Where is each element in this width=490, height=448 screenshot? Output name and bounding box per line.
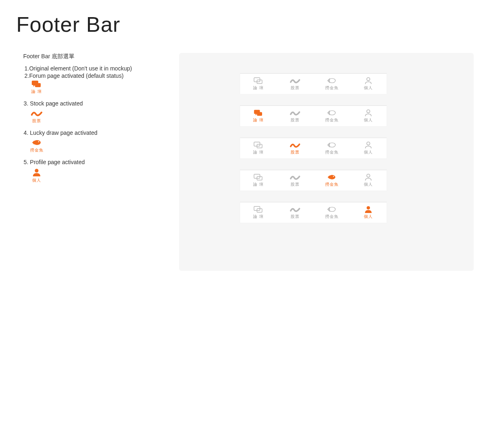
tab-forum[interactable]: 論 壇 bbox=[240, 138, 277, 158]
legend-panel: Footer Bar 底部選單 1.Original element (Don'… bbox=[16, 53, 179, 183]
tab-label: 個人 bbox=[364, 117, 373, 123]
tab-label: 論 壇 bbox=[253, 182, 264, 187]
tab-label: 論 壇 bbox=[253, 85, 264, 91]
tab-profile[interactable]: 個人 bbox=[350, 202, 387, 223]
person-icon bbox=[363, 77, 373, 84]
tab-label: 撈金魚 bbox=[325, 214, 339, 220]
tab-label: 股票 bbox=[291, 117, 300, 123]
person-icon bbox=[363, 173, 373, 181]
tab-label: 股票 bbox=[291, 85, 300, 91]
fish-icon bbox=[26, 138, 47, 147]
tab-stock[interactable]: 股票 bbox=[277, 202, 313, 223]
note-5: 5. Profile page activated bbox=[24, 159, 171, 165]
stock-icon bbox=[289, 173, 301, 181]
person-icon bbox=[363, 206, 373, 213]
mini-stock-label: 股票 bbox=[26, 118, 47, 124]
tab-label: 股票 bbox=[291, 149, 300, 155]
tab-profile[interactable]: 個人 bbox=[350, 74, 387, 94]
tab-label: 論 壇 bbox=[253, 214, 264, 220]
forum-icon bbox=[253, 109, 264, 116]
tab-profile[interactable]: 個人 bbox=[350, 170, 387, 191]
fish-icon bbox=[326, 173, 337, 181]
tab-label: 撈金魚 bbox=[325, 149, 339, 155]
footer-bar-forum-active: 論 壇 股票 撈金魚 個人 bbox=[240, 105, 387, 126]
tab-label: 撈金魚 bbox=[325, 85, 339, 91]
tab-label: 個人 bbox=[364, 182, 373, 187]
tab-lucky[interactable]: 撈金魚 bbox=[313, 74, 350, 94]
tab-label: 論 壇 bbox=[253, 149, 264, 155]
forum-icon bbox=[26, 80, 47, 88]
forum-icon bbox=[253, 173, 264, 181]
tab-stock[interactable]: 股票 bbox=[277, 170, 313, 191]
tab-lucky[interactable]: 撈金魚 bbox=[313, 138, 350, 158]
note-1: 1.Original element (Don't use it in mock… bbox=[24, 65, 171, 72]
fish-icon bbox=[326, 77, 337, 84]
footer-bar-original: 論 壇 股票 撈金魚 個人 bbox=[240, 73, 387, 94]
forum-icon bbox=[253, 77, 264, 84]
footer-bar-profile-active: 論 壇 股票 撈金魚 個人 bbox=[240, 202, 387, 223]
fish-icon bbox=[326, 109, 337, 116]
mini-lucky-active: 撈金魚 bbox=[26, 138, 47, 153]
stock-icon bbox=[289, 109, 301, 116]
tab-lucky[interactable]: 撈金魚 bbox=[313, 106, 350, 126]
footer-bar-stock-active: 論 壇 股票 撈金魚 個人 bbox=[240, 138, 387, 158]
tab-label: 個人 bbox=[364, 85, 373, 91]
forum-icon bbox=[253, 206, 264, 213]
forum-icon bbox=[253, 141, 264, 149]
stock-icon bbox=[289, 141, 301, 149]
mini-forum-active: 論 壇 bbox=[26, 80, 47, 94]
tab-forum[interactable]: 論 壇 bbox=[240, 74, 277, 94]
tab-forum[interactable]: 論 壇 bbox=[240, 170, 277, 191]
tab-label: 股票 bbox=[291, 214, 300, 220]
note-4: 4. Lucky draw page activated bbox=[24, 130, 171, 136]
tab-lucky[interactable]: 撈金魚 bbox=[313, 170, 350, 191]
fish-icon bbox=[326, 206, 337, 213]
page-title: Footer Bar bbox=[16, 12, 474, 37]
tab-label: 撈金魚 bbox=[325, 182, 339, 187]
stock-icon bbox=[26, 109, 47, 117]
mini-stock-active: 股票 bbox=[26, 109, 47, 124]
preview-panel: 論 壇 股票 撈金魚 個人 bbox=[179, 53, 474, 271]
tab-label: 個人 bbox=[364, 214, 373, 220]
mini-lucky-label: 撈金魚 bbox=[26, 147, 47, 153]
tab-label: 撈金魚 bbox=[325, 117, 339, 123]
tab-forum[interactable]: 論 壇 bbox=[240, 202, 277, 223]
tab-stock[interactable]: 股票 bbox=[277, 138, 313, 158]
tab-lucky[interactable]: 撈金魚 bbox=[313, 202, 350, 223]
person-icon bbox=[26, 168, 47, 177]
tab-label: 論 壇 bbox=[253, 117, 264, 123]
fish-icon bbox=[326, 141, 337, 149]
note-2: 2.Forum page activated (default status) bbox=[24, 72, 171, 79]
tab-label: 股票 bbox=[291, 182, 300, 187]
tab-stock[interactable]: 股票 bbox=[277, 106, 313, 126]
tab-profile[interactable]: 個人 bbox=[350, 106, 387, 126]
stock-icon bbox=[289, 206, 301, 213]
mini-profile-active: 個人 bbox=[26, 168, 47, 183]
tab-forum[interactable]: 論 壇 bbox=[240, 106, 277, 126]
footer-bar-variants: 論 壇 股票 撈金魚 個人 bbox=[240, 73, 387, 223]
stock-icon bbox=[289, 77, 301, 84]
mini-forum-label: 論 壇 bbox=[26, 89, 47, 94]
person-icon bbox=[363, 141, 373, 149]
subtitle: Footer Bar 底部選單 bbox=[23, 53, 171, 60]
note-3: 3. Stock page activated bbox=[24, 100, 171, 107]
footer-bar-lucky-active: 論 壇 股票 撈金魚 個人 bbox=[240, 170, 387, 191]
mini-profile-label: 個人 bbox=[26, 178, 47, 183]
tab-label: 個人 bbox=[364, 149, 373, 155]
tab-stock[interactable]: 股票 bbox=[277, 74, 313, 94]
person-icon bbox=[363, 109, 373, 116]
tab-profile[interactable]: 個人 bbox=[350, 138, 387, 158]
